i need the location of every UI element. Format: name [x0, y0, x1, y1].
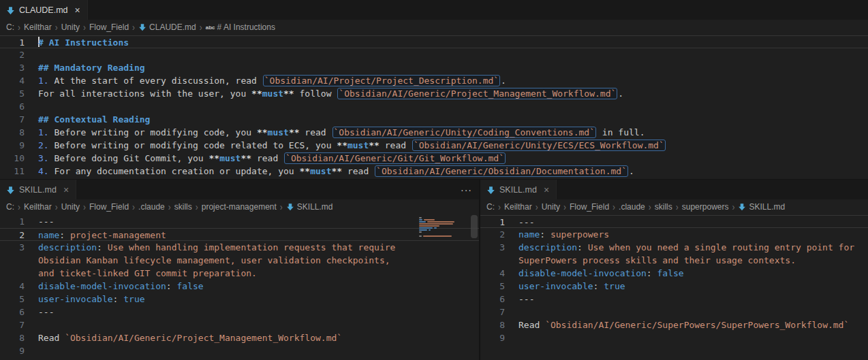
code-line[interactable]: 6--- [0, 306, 479, 318]
chevron-right-icon: › [55, 21, 58, 33]
breadcrumb-item[interactable]: skills [655, 202, 672, 212]
breadcrumb-item[interactable]: Keilthar [504, 202, 532, 212]
breadcrumb-item[interactable]: Flow_Field [89, 22, 129, 32]
code-line[interactable]: 5user-invocable: true [0, 293, 479, 306]
minimap-mark [419, 231, 422, 233]
editor-claude-md[interactable]: 1# AI Instructions23## Mandatory Reading… [0, 35, 868, 179]
minimap-mark [419, 221, 426, 223]
breadcrumb-item[interactable]: Unity [61, 22, 80, 32]
breadcrumb-item[interactable]: CLAUDE.md [138, 22, 196, 32]
code-line[interactable]: 4disable-model-invocation: false [0, 280, 479, 293]
breadcrumb-item[interactable]: superpowers [682, 202, 729, 212]
code-token: name [518, 229, 540, 240]
code-line[interactable]: 1--- [0, 215, 479, 228]
close-icon[interactable]: × [63, 185, 69, 195]
code-line[interactable]: 6--- [480, 293, 868, 306]
code-line[interactable]: 2name: project-management [0, 228, 479, 241]
code-line[interactable]: 7 [480, 306, 868, 318]
code-token: disable-model-invocation [38, 281, 166, 291]
code-line[interactable]: 3description: Use when you need a single… [480, 241, 868, 254]
breadcrumb-item[interactable]: abc# AI Instructions [206, 22, 275, 32]
code-line[interactable]: 6 [0, 100, 868, 113]
breadcrumb-item[interactable]: Flow_Field [89, 202, 129, 212]
breadcrumb-label: SKILL.md [297, 202, 333, 212]
editor-skill-md-superpowers[interactable]: 1---2name: superpowers3description: Use … [480, 214, 868, 360]
breadcrumb-item[interactable]: skills [174, 202, 192, 212]
close-icon[interactable]: × [75, 5, 80, 15]
code-line[interactable]: 114. For any documentation creation or u… [0, 165, 868, 178]
code-line[interactable]: and ticket-linked GIT commit preparation… [0, 267, 479, 280]
code-token: must [347, 140, 369, 150]
code-token: --- [518, 217, 534, 227]
code-line[interactable]: 5user-invocable: true [480, 280, 868, 293]
breadcrumb-item[interactable]: Keilthar [24, 202, 52, 212]
breadcrumb-item[interactable]: Unity [542, 202, 560, 212]
minimap-mark [419, 225, 439, 227]
minimap[interactable] [419, 217, 463, 238]
breadcrumb-item[interactable]: Unity [61, 202, 80, 212]
breadcrumb-item[interactable]: SKILL.md [738, 202, 785, 212]
breadcrumb-item[interactable]: C: [6, 202, 14, 212]
editor-actions-icon[interactable]: ··· [461, 180, 472, 199]
code-line[interactable]: 3description: Use when handling implemen… [0, 241, 479, 254]
breadcrumb-item[interactable]: project-management [202, 202, 277, 212]
minimap-mark [419, 217, 422, 218]
code-token: SuperPowers process skills and their usa… [518, 255, 796, 265]
bottom-editor-row: SKILL.md × ··· C:›Keilthar›Unity›Flow_Fi… [0, 180, 868, 360]
close-icon[interactable]: × [544, 185, 549, 195]
code-token: ** [337, 140, 347, 150]
code-line[interactable]: 2name: superpowers [480, 228, 868, 241]
breadcrumb-item[interactable]: .claude [619, 202, 645, 212]
code-token: `Obsidian/AI/Generic/Git/Git_Workflow.md… [284, 152, 506, 164]
code-token: Read [38, 333, 65, 343]
code-line[interactable]: 2 [0, 48, 868, 61]
line-number [0, 267, 25, 280]
code-line[interactable]: 9 [0, 344, 479, 357]
minimap-mark [419, 223, 453, 225]
code-line[interactable]: 9 [480, 331, 868, 344]
line-content: name: superpowers [518, 228, 868, 241]
line-content: SuperPowers process skills and their usa… [518, 254, 868, 267]
code-line[interactable]: 3## Mandatory Reading [0, 61, 868, 74]
code-line[interactable]: 7## Contextual Reading [0, 113, 868, 126]
code-token: description [38, 242, 97, 252]
code-line[interactable]: 1--- [480, 215, 868, 228]
scrollbar-slider[interactable] [471, 215, 478, 238]
line-number [480, 254, 505, 267]
code-token: ** [208, 153, 219, 163]
code-line[interactable]: 41. At the start of every discussion, re… [0, 74, 868, 87]
code-line[interactable]: 7 [0, 318, 479, 331]
code-token: Read [518, 320, 545, 330]
line-number: 10 [0, 152, 25, 165]
code-token: `Obsidian/AI/Generic/Unity/ECS/ECS_Workf… [412, 140, 666, 151]
breadcrumb-item[interactable]: C: [486, 202, 495, 212]
tab-skill-md-superpowers[interactable]: SKILL.md × [480, 180, 557, 199]
code-line[interactable]: 5For all interactions with the user, you… [0, 87, 868, 100]
code-line[interactable]: 8Read `Obsidian/AI/Generic/Project_Manag… [0, 331, 479, 344]
code-line[interactable]: 81. Before writing or modifying code, yo… [0, 126, 868, 139]
code-line[interactable]: SuperPowers process skills and their usa… [480, 254, 868, 267]
breadcrumb-item[interactable]: Flow_Field [570, 202, 609, 212]
line-number: 3 [480, 241, 505, 254]
breadcrumb-item[interactable]: SKILL.md [286, 202, 333, 212]
editor-skill-md-project-management[interactable]: 1---2name: project-management3descriptio… [0, 214, 479, 360]
code-line[interactable]: 4disable-model-invocation: false [480, 267, 868, 280]
breadcrumb-item[interactable]: .claude [138, 202, 165, 212]
code-line[interactable]: 1# AI Instructions [0, 35, 868, 48]
code-line[interactable]: 92. Before writing or modifying code rel… [0, 139, 868, 152]
tab-claude-md[interactable]: CLAUDE.md × [0, 0, 88, 20]
chevron-right-icon: › [498, 201, 501, 213]
line-content [38, 318, 479, 331]
code-line[interactable]: 103. Before doing Git Commit, you **must… [0, 152, 868, 165]
chevron-right-icon: › [649, 201, 651, 213]
code-token: ** [289, 127, 300, 137]
chevron-right-icon: › [200, 21, 202, 33]
breadcrumb-item[interactable]: Keilthar [24, 22, 52, 32]
code-line[interactable]: Obsidian Kanban lifecycle management, us… [0, 254, 479, 267]
breadcrumb-item[interactable]: C: [6, 22, 14, 32]
code-line[interactable]: 8Read `Obsidian/AI/Generic/SuperPowers/S… [480, 318, 868, 331]
code-token: project-management [70, 230, 166, 240]
tab-skill-md-project-management[interactable]: SKILL.md × [0, 180, 76, 199]
breadcrumb-label: Flow_Field [89, 22, 129, 32]
code-token: must [310, 166, 331, 176]
